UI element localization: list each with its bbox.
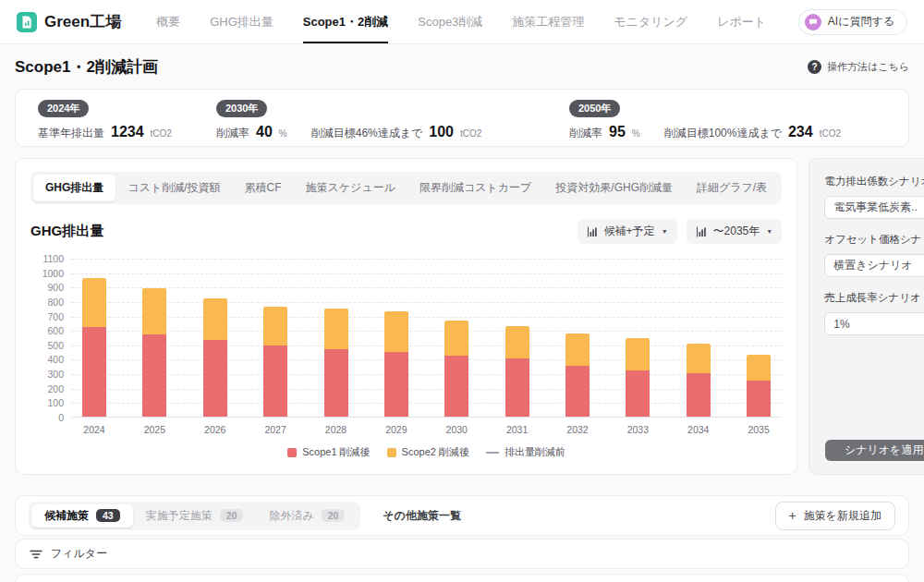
bar-segment-scope2 [565,333,590,365]
bar-segment-scope2 [505,326,529,359]
bar-column-2031[interactable] [505,326,529,417]
ai-chat-button[interactable]: AIに質問する [798,9,907,35]
measures-tab-label: 除外済み [269,508,313,524]
scenario-panel: 電力排出係数シナリオ電気事業低炭素..▼オフセット価格シナリオ横置きシナリオ▼売… [808,158,924,475]
bar-column-2030[interactable] [444,321,468,417]
y-axis-label: 700 [47,312,64,321]
nav-item-1[interactable]: GHG排出量 [210,0,274,43]
count-badge: 20 [220,509,244,522]
nav-item-5[interactable]: モニタリング [614,0,687,43]
other-measures-link[interactable]: その他施策一覧 [383,508,461,524]
scenario-select-0[interactable]: 電気事業低炭素..▼ [824,196,924,219]
metric-label: 削減率 [569,126,602,141]
chart-tab-5[interactable]: 投資対効果/GHG削減量 [543,175,685,201]
help-link[interactable]: ? 操作方法はこちら [808,60,909,74]
y-axis-label: 1000 [43,269,64,278]
bar-segment-scope1 [324,349,348,417]
page-header: Scope1・2削減計画 ? 操作方法はこちら [15,44,909,89]
chart-tab-4[interactable]: 限界削減コストカーブ [407,175,543,201]
x-axis-label: 2025 [142,424,166,435]
bar-column-2032[interactable] [565,333,590,417]
chart-tab-0[interactable]: GHG排出量 [33,175,116,201]
chart-dropdown-1[interactable]: 〜2035年▼ [687,219,783,244]
kpi-metrics: 基準年排出量1234tCO2 [38,124,216,141]
x-axis-label: 2024 [82,424,106,435]
metric-unit: tCO2 [151,128,172,139]
brand[interactable]: Green工場 [17,11,121,32]
scenario-select-1[interactable]: 横置きシナリオ▼ [824,254,924,277]
bar-column-2029[interactable] [384,311,408,417]
y-axis-label: 400 [47,355,64,364]
metric-value: 95 [609,124,626,140]
bar-segment-scope2 [384,311,408,352]
bar-column-2034[interactable] [687,344,711,417]
bar-column-2028[interactable] [324,309,348,417]
y-axis-label: 600 [47,326,64,335]
filter-label: フィルター [51,546,107,562]
y-axis-label: 200 [47,384,64,394]
nav-item-3[interactable]: Scope3削減 [418,0,482,43]
metric-unit: tCO2 [820,128,841,139]
help-link-label: 操作方法はこちら [827,60,909,74]
bar-segment-scope1 [142,334,166,417]
bar-chart-icon [587,226,598,237]
bar-column-2027[interactable] [263,307,287,417]
year-badge: 2024年 [38,100,89,117]
kpi-card: 2024年基準年排出量1234tCO22030年削減率40%削減目標46%達成ま… [15,89,909,147]
bar-column-2035[interactable] [747,355,771,417]
x-axis-label: 2030 [444,424,468,435]
bar-segment-scope2 [203,298,227,340]
metric-unit: % [632,128,640,139]
chart-dropdown-0[interactable]: 候補+予定▼ [578,219,677,244]
x-axis-label: 2027 [263,424,287,435]
nav-item-0[interactable]: 概要 [156,0,180,43]
apply-scenario-button[interactable]: シナリオを適用 [825,440,924,461]
x-axis-label: 2031 [505,424,529,435]
measures-tab-1[interactable]: 実施予定施策20 [133,504,257,527]
kpi-metric: 削減目標46%達成まで100tCO2 [311,124,482,141]
bars-layer [71,259,782,417]
bar-segment-scope1 [687,373,711,417]
chart-tab-1[interactable]: コスト削減/投資額 [116,175,232,201]
kpi-metrics: 削減率40%削減目標46%達成まで100tCO2 [216,124,569,141]
measures-tab-label: 実施予定施策 [146,508,213,524]
bar-segment-scope2 [263,307,287,345]
count-badge: 43 [96,509,120,522]
bar-segment-scope1 [263,346,287,417]
bar-segment-scope1 [203,340,227,417]
scenario-input[interactable]: 1% [824,312,924,335]
chart-tab-2[interactable]: 累積CF [233,175,294,201]
chart-tabbar: GHG排出量コスト削減/投資額累積CF施策スケジュール限界削減コストカーブ投資対… [30,172,782,204]
bar-column-2025[interactable] [142,288,166,417]
nav-item-2[interactable]: Scope1・2削減 [303,0,388,43]
x-axis-label: 2035 [747,424,771,435]
metric-label: 削減目標100%達成まで [664,126,782,141]
y-axis-label: 1100 [43,254,64,263]
bar-column-2024[interactable] [82,278,106,417]
filter-bar[interactable]: フィルター [15,539,909,569]
legend-item-line: 排出量削減前 [486,445,565,459]
chart-tab-3[interactable]: 施策スケジュール [294,175,407,201]
metric-unit: % [279,128,287,139]
add-measure-button[interactable]: + 施策を新規追加 [775,502,895,530]
y-axis-label: 0 [58,413,64,422]
kpi-metric: 削減率40% [216,124,287,141]
bar-column-2033[interactable] [626,338,650,417]
chart-tab-6[interactable]: 詳細グラフ/表 [685,175,779,201]
measures-tab-2[interactable]: 除外済み20 [256,504,358,527]
chart-legend: Scope1 削減後Scope2 削減後排出量削減前 [71,445,782,459]
bar-segment-scope2 [747,355,771,381]
ghg-stacked-bar-chart: 010020030040050060070080090010001100 202… [30,259,782,459]
bar-segment-scope2 [444,321,468,356]
metric-label: 基準年排出量 [38,126,104,141]
measures-tab-label: 候補施策 [44,508,89,524]
field-label: 電力排出係数シナリオ [824,175,924,188]
nav-item-4[interactable]: 施策工程管理 [512,0,584,43]
nav-item-6[interactable]: レポート [717,0,766,43]
next-card-edge [15,574,909,582]
kpi-group-1: 2030年削減率40%削減目標46%達成まで100tCO2 [216,100,569,134]
x-axis-label: 2026 [203,424,227,435]
measures-tab-0[interactable]: 候補施策43 [31,504,133,527]
count-badge: 20 [322,509,346,522]
bar-column-2026[interactable] [203,298,227,417]
